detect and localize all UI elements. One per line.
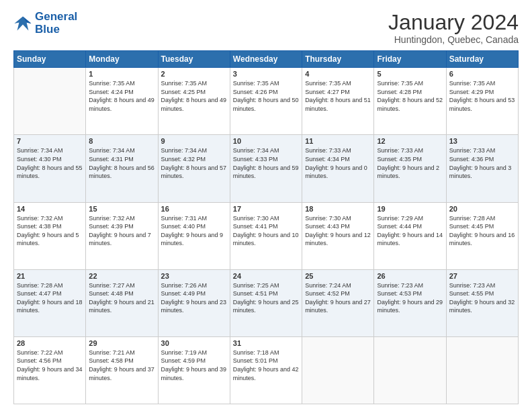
day-info: Sunrise: 7:23 AMSunset: 4:53 PMDaylight:… [377,281,443,315]
day-info: Sunrise: 7:30 AMSunset: 4:43 PMDaylight:… [305,214,371,248]
calendar-cell: 20Sunrise: 7:28 AMSunset: 4:45 PMDayligh… [446,202,518,269]
title-block: January 2024 Huntingdon, Quebec, Canada [388,11,519,45]
calendar-header-cell: Sunday [14,51,86,68]
day-info: Sunrise: 7:35 AMSunset: 4:25 PMDaylight:… [161,79,227,113]
day-info: Sunrise: 7:32 AMSunset: 4:38 PMDaylight:… [17,214,83,248]
calendar-cell: 30Sunrise: 7:19 AMSunset: 4:59 PMDayligh… [158,336,230,404]
day-number: 19 [377,205,443,213]
day-info: Sunrise: 7:26 AMSunset: 4:49 PMDaylight:… [161,281,227,315]
day-info: Sunrise: 7:27 AMSunset: 4:48 PMDaylight:… [89,281,154,315]
day-number: 4 [305,70,371,78]
day-number: 20 [449,205,515,213]
calendar-cell [14,68,86,135]
calendar-cell: 12Sunrise: 7:33 AMSunset: 4:35 PMDayligh… [374,135,446,202]
logo-icon [13,14,32,33]
day-number: 28 [17,339,83,347]
day-info: Sunrise: 7:33 AMSunset: 4:34 PMDaylight:… [305,146,371,180]
calendar-cell: 15Sunrise: 7:32 AMSunset: 4:39 PMDayligh… [86,202,158,269]
day-number: 2 [161,70,227,78]
svg-marker-0 [14,16,31,30]
day-number: 15 [89,205,154,213]
day-info: Sunrise: 7:34 AMSunset: 4:31 PMDaylight:… [89,146,154,180]
day-number: 26 [377,272,443,280]
day-number: 29 [89,339,154,347]
day-info: Sunrise: 7:34 AMSunset: 4:33 PMDaylight:… [233,146,299,180]
day-info: Sunrise: 7:23 AMSunset: 4:55 PMDaylight:… [449,281,515,315]
calendar-cell: 19Sunrise: 7:29 AMSunset: 4:44 PMDayligh… [374,202,446,269]
day-info: Sunrise: 7:33 AMSunset: 4:36 PMDaylight:… [449,146,515,180]
calendar-cell: 26Sunrise: 7:23 AMSunset: 4:53 PMDayligh… [374,269,446,336]
calendar-cell: 8Sunrise: 7:34 AMSunset: 4:31 PMDaylight… [86,135,158,202]
calendar-week-row: 1Sunrise: 7:35 AMSunset: 4:24 PMDaylight… [14,68,519,135]
day-number: 31 [233,339,299,347]
calendar-header-cell: Tuesday [158,51,230,68]
calendar-cell: 10Sunrise: 7:34 AMSunset: 4:33 PMDayligh… [230,135,302,202]
day-number: 11 [305,137,371,145]
day-number: 25 [305,272,371,280]
day-info: Sunrise: 7:33 AMSunset: 4:35 PMDaylight:… [377,146,443,180]
day-number: 21 [17,272,83,280]
logo-text: General Blue [35,11,77,36]
day-info: Sunrise: 7:31 AMSunset: 4:40 PMDaylight:… [161,214,227,248]
day-info: Sunrise: 7:35 AMSunset: 4:27 PMDaylight:… [305,79,371,113]
day-info: Sunrise: 7:30 AMSunset: 4:41 PMDaylight:… [233,214,299,248]
calendar-cell [302,336,374,404]
calendar-cell: 14Sunrise: 7:32 AMSunset: 4:38 PMDayligh… [14,202,86,269]
page: General Blue January 2024 Huntingdon, Qu… [0,0,532,411]
day-info: Sunrise: 7:25 AMSunset: 4:51 PMDaylight:… [233,281,299,315]
calendar-header-cell: Wednesday [230,51,302,68]
day-info: Sunrise: 7:28 AMSunset: 4:47 PMDaylight:… [17,281,83,315]
calendar-cell: 22Sunrise: 7:27 AMSunset: 4:48 PMDayligh… [86,269,158,336]
calendar-cell: 5Sunrise: 7:35 AMSunset: 4:28 PMDaylight… [374,68,446,135]
day-number: 30 [161,339,227,347]
calendar-cell: 13Sunrise: 7:33 AMSunset: 4:36 PMDayligh… [446,135,518,202]
calendar-header-cell: Saturday [446,51,518,68]
calendar-week-row: 21Sunrise: 7:28 AMSunset: 4:47 PMDayligh… [14,269,519,336]
day-info: Sunrise: 7:21 AMSunset: 4:58 PMDaylight:… [89,349,154,382]
logo: General Blue [13,11,77,36]
day-number: 24 [233,272,299,280]
day-number: 10 [233,137,299,145]
day-number: 18 [305,205,371,213]
day-info: Sunrise: 7:28 AMSunset: 4:45 PMDaylight:… [449,214,515,248]
day-number: 16 [161,205,227,213]
day-number: 6 [449,70,515,78]
calendar-week-row: 7Sunrise: 7:34 AMSunset: 4:30 PMDaylight… [14,135,519,202]
day-info: Sunrise: 7:22 AMSunset: 4:56 PMDaylight:… [17,349,83,382]
calendar-cell: 3Sunrise: 7:35 AMSunset: 4:26 PMDaylight… [230,68,302,135]
day-number: 13 [449,137,515,145]
calendar-cell [446,336,518,404]
calendar-cell: 29Sunrise: 7:21 AMSunset: 4:58 PMDayligh… [86,336,158,404]
day-info: Sunrise: 7:34 AMSunset: 4:32 PMDaylight:… [161,146,227,180]
day-info: Sunrise: 7:35 AMSunset: 4:28 PMDaylight:… [377,79,443,113]
day-number: 17 [233,205,299,213]
day-number: 7 [17,137,83,145]
day-number: 22 [89,272,154,280]
calendar-cell: 25Sunrise: 7:24 AMSunset: 4:52 PMDayligh… [302,269,374,336]
calendar-cell: 23Sunrise: 7:26 AMSunset: 4:49 PMDayligh… [158,269,230,336]
calendar-cell: 4Sunrise: 7:35 AMSunset: 4:27 PMDaylight… [302,68,374,135]
calendar-week-row: 14Sunrise: 7:32 AMSunset: 4:38 PMDayligh… [14,202,519,269]
day-number: 9 [161,137,227,145]
day-number: 5 [377,70,443,78]
calendar-cell: 1Sunrise: 7:35 AMSunset: 4:24 PMDaylight… [86,68,158,135]
day-info: Sunrise: 7:18 AMSunset: 5:01 PMDaylight:… [233,349,299,382]
day-number: 3 [233,70,299,78]
day-info: Sunrise: 7:34 AMSunset: 4:30 PMDaylight:… [17,146,83,180]
calendar-header-cell: Friday [374,51,446,68]
calendar-header-cell: Thursday [302,51,374,68]
calendar-cell: 28Sunrise: 7:22 AMSunset: 4:56 PMDayligh… [14,336,86,404]
calendar-cell: 24Sunrise: 7:25 AMSunset: 4:51 PMDayligh… [230,269,302,336]
calendar-header-cell: Monday [86,51,158,68]
calendar-cell: 31Sunrise: 7:18 AMSunset: 5:01 PMDayligh… [230,336,302,404]
calendar-header-row: SundayMondayTuesdayWednesdayThursdayFrid… [14,51,519,68]
main-title: January 2024 [388,11,519,34]
calendar-cell: 9Sunrise: 7:34 AMSunset: 4:32 PMDaylight… [158,135,230,202]
calendar-cell: 21Sunrise: 7:28 AMSunset: 4:47 PMDayligh… [14,269,86,336]
calendar-cell: 11Sunrise: 7:33 AMSunset: 4:34 PMDayligh… [302,135,374,202]
subtitle: Huntingdon, Quebec, Canada [388,34,519,45]
day-info: Sunrise: 7:29 AMSunset: 4:44 PMDaylight:… [377,214,443,248]
day-number: 27 [449,272,515,280]
calendar-cell: 17Sunrise: 7:30 AMSunset: 4:41 PMDayligh… [230,202,302,269]
day-number: 14 [17,205,83,213]
